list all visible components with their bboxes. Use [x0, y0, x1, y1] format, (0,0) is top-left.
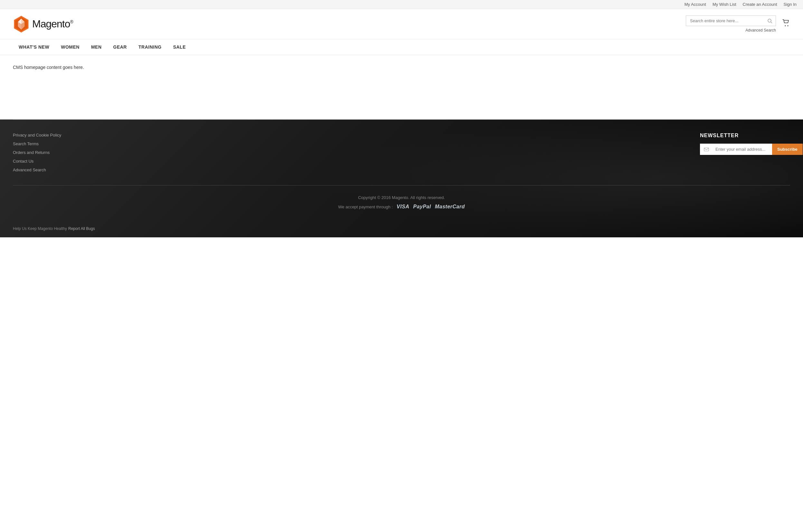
- footer-link-advanced-search[interactable]: Advanced Search: [13, 168, 61, 172]
- footer-bottom: Copyright © 2016 Magento. All rights res…: [13, 186, 790, 219]
- nav-item-women[interactable]: Women: [55, 39, 85, 55]
- footer-bug-bar: Help Us Keep Magento Healthy Report All …: [0, 219, 803, 238]
- svg-line-7: [771, 22, 772, 23]
- footer: Privacy and Cookie Policy Search Terms O…: [0, 119, 803, 238]
- nav-item-sale[interactable]: Sale: [168, 39, 192, 55]
- svg-point-9: [787, 25, 788, 26]
- search-input[interactable]: [686, 16, 764, 26]
- footer-link-contact[interactable]: Contact Us: [13, 159, 61, 164]
- logo-text: Magento®: [32, 18, 73, 30]
- cms-content: CMS homepage content goes here.: [13, 65, 790, 70]
- nav-item-men[interactable]: Men: [85, 39, 108, 55]
- cart-icon: [782, 19, 790, 27]
- search-form: [686, 16, 776, 26]
- nav-item-training[interactable]: Training: [133, 39, 168, 55]
- report-bugs-link[interactable]: Report All Bugs: [68, 226, 95, 231]
- svg-point-8: [785, 25, 786, 26]
- footer-link-privacy[interactable]: Privacy and Cookie Policy: [13, 133, 61, 137]
- cart-button[interactable]: [782, 19, 790, 28]
- payment-paypal: PayPal: [413, 204, 431, 210]
- payment-visa: VISA: [397, 204, 409, 210]
- my-account-link[interactable]: My Account: [685, 2, 706, 7]
- sign-in-link[interactable]: Sign In: [784, 2, 797, 7]
- main-nav: What's New Women Men Gear Training Sale: [0, 39, 803, 55]
- header: Magento® Advanced Search: [0, 9, 803, 39]
- newsletter-form: Subscribe: [700, 144, 790, 155]
- advanced-search-link[interactable]: Advanced Search: [745, 28, 776, 33]
- search-icon: [767, 18, 772, 23]
- nav-item-gear[interactable]: Gear: [108, 39, 133, 55]
- newsletter-email-input[interactable]: [713, 144, 772, 155]
- payment-mastercard: MasterCard: [435, 204, 465, 210]
- copyright-text: Copyright © 2016 Magento. All rights res…: [13, 195, 790, 200]
- newsletter-section: NEWSLETTER Subscribe: [700, 133, 790, 155]
- email-icon: [700, 144, 713, 155]
- logo-link[interactable]: Magento®: [13, 16, 73, 33]
- nav-item-whats-new[interactable]: What's New: [13, 39, 55, 55]
- svg-rect-10: [704, 148, 709, 151]
- my-wish-list-link[interactable]: My Wish List: [712, 2, 737, 7]
- footer-links-row: Privacy and Cookie Policy Search Terms O…: [13, 120, 790, 185]
- newsletter-subscribe-button[interactable]: Subscribe: [772, 144, 803, 155]
- search-container: Advanced Search: [686, 16, 776, 33]
- footer-link-orders[interactable]: Orders and Returns: [13, 150, 61, 155]
- create-account-link[interactable]: Create an Account: [743, 2, 777, 7]
- svg-point-6: [768, 19, 771, 22]
- newsletter-title: NEWSLETTER: [700, 133, 739, 138]
- main-content: CMS homepage content goes here.: [0, 55, 803, 119]
- footer-link-search-terms[interactable]: Search Terms: [13, 141, 61, 146]
- payment-label: We accept payment through :: [338, 205, 393, 209]
- top-bar: My Account My Wish List Create an Accoun…: [0, 0, 803, 9]
- search-button[interactable]: [764, 16, 776, 25]
- bug-text: Help Us Keep Magento Healthy: [13, 226, 67, 231]
- footer-links: Privacy and Cookie Policy Search Terms O…: [13, 133, 61, 172]
- magento-logo-icon: [13, 16, 30, 33]
- payment-row: We accept payment through : VISA PayPal …: [13, 204, 790, 210]
